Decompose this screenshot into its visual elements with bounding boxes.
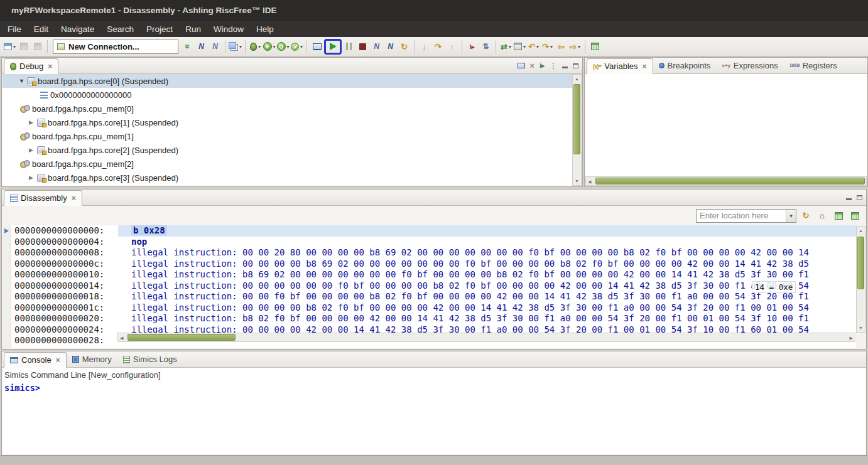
drop-to-frame-button[interactable]: ⇅	[479, 39, 492, 54]
scroll-right-icon[interactable]: ▶	[850, 336, 853, 340]
menu-project[interactable]: Project	[140, 21, 179, 37]
debug-tree-item[interactable]: ▶board.fpga.hps.core[1] (Suspended)	[3, 115, 572, 129]
console-prompt[interactable]: simics>	[3, 380, 865, 393]
close-icon[interactable]: ×	[56, 356, 60, 365]
view-menu-button[interactable]: ⋮	[550, 61, 557, 70]
scroll-up-icon[interactable]: ▲	[573, 77, 581, 81]
minimize-button[interactable]	[562, 63, 568, 68]
disconnect-button[interactable]: N	[370, 39, 383, 54]
disassembly-vertical-scrollbar[interactable]: ▲ ▼	[856, 226, 865, 333]
disassembly-row[interactable]: 0000000000000008:illegal instruction: 00…	[3, 247, 856, 259]
switch-context-button[interactable]: ⇄▾	[499, 39, 513, 54]
disassembly-row[interactable]: 0000000000000020:illegal instruction: b8…	[3, 313, 856, 324]
terminate-relaunch-button[interactable]: N	[384, 39, 397, 54]
disassembly-row[interactable]: 0000000000000014:illegal instruction: 00…	[3, 281, 856, 292]
chevron-down-icon[interactable]: ▾	[786, 210, 796, 222]
debug-tree-item[interactable]: board.fpga.hps.cpu_mem[1]	[3, 129, 572, 143]
debug-tree-item[interactable]: board.fpga.hps.cpu_mem[0]	[3, 102, 572, 115]
navigate-forward-button[interactable]: ⇨▾	[568, 39, 582, 54]
layout-button[interactable]: ▾	[513, 39, 526, 54]
location-combo[interactable]: ▾	[696, 209, 796, 223]
navigate-back-button[interactable]: ⇦	[555, 39, 568, 54]
new-wizard-button[interactable]: ▾	[3, 39, 16, 54]
connection-combo[interactable]: New Connection...	[53, 40, 178, 54]
debug-vertical-scrollbar[interactable]: ▲ ▼	[572, 74, 582, 186]
type-hierarchy-button[interactable]: ▾	[229, 39, 242, 54]
step-over-button[interactable]: ↷	[431, 39, 445, 54]
tab-disassembly[interactable]: Disassembly ×	[4, 190, 82, 206]
disassembly-row[interactable]: 000000000000001c:illegal instruction: 00…	[3, 302, 856, 314]
tree-expand-icon[interactable]: ▶	[29, 174, 37, 181]
maximize-button[interactable]	[573, 63, 578, 68]
tab-expressions[interactable]: x+y Expressions	[716, 58, 783, 73]
debug-tree-item[interactable]: ▼board.fpga.hps.core[0] (Suspended)	[3, 74, 572, 88]
menu-edit[interactable]: Edit	[28, 21, 55, 37]
menu-file[interactable]: File	[1, 21, 28, 37]
history-back-button[interactable]: ↶▾	[527, 39, 540, 54]
step-return-button[interactable]: ↑	[445, 39, 458, 54]
open-new-disassembly-button[interactable]	[848, 209, 862, 223]
variables-horizontal-scrollbar[interactable]: ◀	[585, 176, 867, 186]
external-tools-button[interactable]: Q▾	[276, 39, 290, 54]
instruction-stepping-mode-button[interactable]: i▸	[540, 62, 545, 69]
scroll-up-icon[interactable]: ▲	[857, 228, 865, 233]
remove-all-terminated-button[interactable]: ×	[530, 61, 535, 70]
disassembly-row[interactable]: 0000000000000010:illegal instruction: b8…	[3, 269, 856, 281]
console-content[interactable]: Simics Command Line [New_configuration] …	[3, 368, 865, 454]
menu-run[interactable]: Run	[179, 21, 207, 37]
scroll-left-icon[interactable]: ◀	[120, 336, 123, 340]
disassembly-horizontal-scrollbar[interactable]: ◀ ▶	[117, 333, 855, 342]
tree-expand-icon[interactable]: ▶	[29, 119, 37, 126]
minimize-button[interactable]	[846, 195, 852, 200]
disassembly-row[interactable]: 0000000000000018:illegal instruction: 00…	[3, 291, 856, 302]
tab-breakpoints[interactable]: Breakpoints	[653, 58, 717, 73]
restart-button[interactable]: ↻	[398, 39, 411, 54]
instruction-stepping-button[interactable]: i▸	[465, 39, 479, 54]
show-debug-view-button[interactable]	[310, 39, 323, 54]
skip-all-breakpoints-button[interactable]: N	[195, 39, 208, 54]
debug-tree-item[interactable]: 0x0000000000000000	[3, 88, 572, 102]
scroll-left-icon[interactable]: ◀	[588, 179, 591, 184]
run-button[interactable]: ▾	[263, 39, 276, 54]
new-memory-view-button[interactable]	[589, 39, 602, 54]
titlebar[interactable]: myRFWorkspaceRemote1 - Disassembly - Ash…	[0, 0, 868, 21]
scrollbar-thumb[interactable]	[573, 84, 580, 154]
step-into-button[interactable]: ↓	[418, 39, 431, 54]
tree-expand-icon[interactable]: ▶	[29, 147, 37, 153]
disassembly-row[interactable]: 000000000000000c:illegal instruction: 00…	[3, 259, 856, 270]
debug-tree-item[interactable]: ▶board.fpga.hps.core[3] (Suspended)	[3, 171, 572, 184]
history-forward-button[interactable]: ↷▾	[541, 39, 554, 54]
scrollbar-thumb[interactable]	[857, 237, 864, 289]
menu-search[interactable]: Search	[100, 21, 140, 37]
debug-tree-item[interactable]: ▶board.fpga.hps.core[2] (Suspended)	[3, 143, 572, 157]
tree-collapse-icon[interactable]: ▼	[19, 78, 27, 84]
menu-help[interactable]: Help	[250, 21, 280, 37]
connect-button[interactable]: »	[181, 39, 194, 54]
scroll-down-icon[interactable]: ▼	[573, 179, 581, 183]
menu-navigate[interactable]: Navigate	[55, 21, 100, 37]
scrollbar-thumb[interactable]	[127, 334, 236, 341]
open-console-button[interactable]	[518, 63, 525, 68]
save-all-button[interactable]	[31, 39, 44, 54]
close-icon[interactable]: ×	[643, 62, 647, 71]
maximize-button[interactable]	[857, 195, 862, 200]
tab-simics-logs[interactable]: Simics Logs	[117, 351, 183, 367]
scrollbar-thumb[interactable]	[595, 178, 865, 184]
refresh-button[interactable]: ↻	[799, 209, 813, 223]
resume-button[interactable]	[324, 39, 342, 55]
disassembly-row[interactable]: 0000000000000000:b 0x28	[3, 225, 856, 237]
terminate-button[interactable]	[356, 39, 369, 54]
tab-memory[interactable]: Memory	[67, 351, 117, 367]
link-with-debug-button[interactable]	[832, 209, 845, 223]
close-icon[interactable]: ×	[48, 62, 52, 71]
debug-tree-item[interactable]: board.fpga.hps.cpu_mem[3]	[3, 184, 572, 186]
close-icon[interactable]: ×	[72, 194, 76, 203]
home-button[interactable]: ⌂	[815, 209, 829, 223]
disassembly-row[interactable]: 0000000000000004:nop	[3, 237, 856, 248]
menu-window[interactable]: Window	[207, 21, 250, 37]
scroll-down-icon[interactable]: ▼	[857, 326, 865, 330]
tab-console[interactable]: Console ×	[4, 352, 67, 368]
tab-registers[interactable]: 1010 Registers	[784, 58, 843, 73]
tab-debug[interactable]: Debug ×	[4, 58, 58, 74]
remove-all-breakpoints-button[interactable]: N	[209, 39, 222, 54]
